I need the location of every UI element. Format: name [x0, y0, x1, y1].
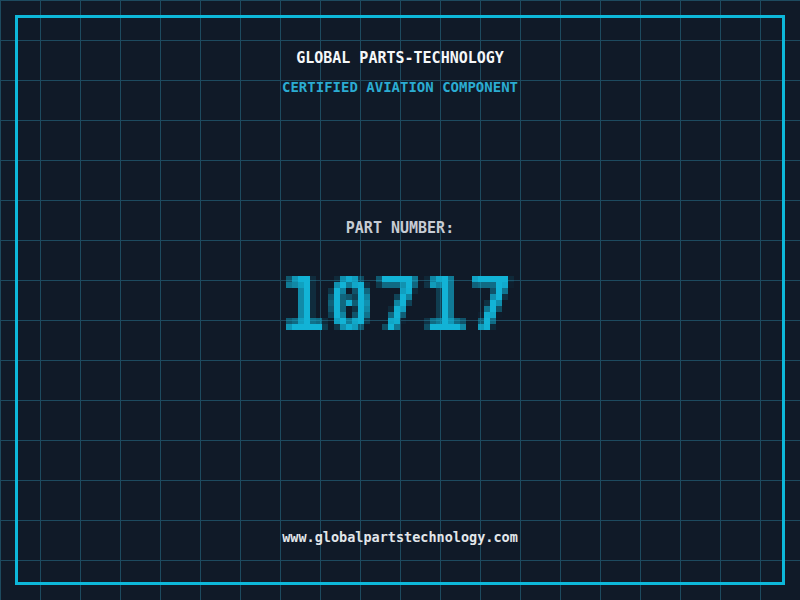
- part-number-label: PART NUMBER:: [0, 220, 800, 236]
- part-number-canvas: [274, 252, 526, 348]
- certificate-page: GLOBAL PARTS-TECHNOLOGY CERTIFIED AVIATI…: [0, 0, 800, 600]
- company-name: GLOBAL PARTS-TECHNOLOGY: [0, 50, 800, 66]
- tagline: CERTIFIED AVIATION COMPONENT: [0, 80, 800, 95]
- part-number-display: 10717: [0, 252, 800, 348]
- website-url: www.globalpartstechnology.com: [0, 530, 800, 545]
